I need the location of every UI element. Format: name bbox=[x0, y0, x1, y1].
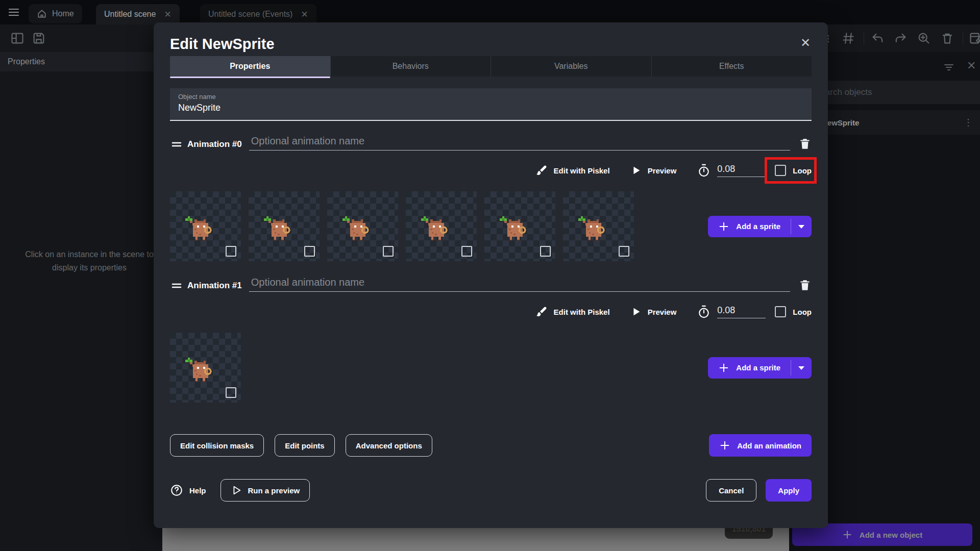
frames-list bbox=[170, 191, 634, 261]
loop-label: Loop bbox=[793, 166, 812, 175]
help-icon bbox=[170, 484, 183, 497]
loop-checkbox[interactable] bbox=[775, 165, 786, 176]
caret-down-icon bbox=[798, 224, 805, 229]
pig-sprite-image bbox=[340, 212, 372, 243]
time-between-frames-input[interactable] bbox=[717, 305, 766, 318]
object-name-input[interactable] bbox=[178, 103, 803, 113]
tab-variables[interactable]: Variables bbox=[491, 56, 652, 77]
add-sprite-dropdown-arrow[interactable] bbox=[791, 357, 812, 379]
run-preview-button[interactable]: Run a preview bbox=[220, 479, 310, 502]
tab-behaviors[interactable]: Behaviors bbox=[331, 56, 492, 77]
brush-icon bbox=[535, 306, 548, 318]
sprite-frame-thumbnail[interactable] bbox=[563, 191, 634, 261]
loop-option: Loop bbox=[775, 306, 812, 317]
loop-checkbox[interactable] bbox=[775, 306, 786, 317]
sprite-frame-thumbnail[interactable] bbox=[406, 191, 477, 261]
dialog-title: Edit NewSprite bbox=[154, 22, 828, 56]
animation-1-actions: Edit with Piskel Preview Loop bbox=[170, 301, 812, 322]
edit-collision-masks-button[interactable]: Edit collision masks bbox=[170, 434, 264, 457]
loop-label: Loop bbox=[793, 308, 812, 316]
animation-label: Animation #0 bbox=[187, 139, 242, 149]
advanced-options-button[interactable]: Advanced options bbox=[346, 434, 432, 457]
pig-sprite-image bbox=[183, 353, 215, 385]
preview-animation-button[interactable]: Preview bbox=[630, 306, 677, 317]
caret-down-icon bbox=[798, 365, 805, 370]
object-name-field[interactable]: Object name bbox=[170, 88, 812, 121]
add-sprite-button[interactable]: Add a sprite bbox=[708, 357, 812, 379]
plus-icon bbox=[719, 440, 730, 451]
pig-sprite-image bbox=[576, 212, 608, 243]
sprite-frame-thumbnail[interactable] bbox=[484, 191, 555, 261]
plus-icon bbox=[718, 221, 729, 232]
play-outline-icon bbox=[231, 485, 242, 496]
dialog-footer: Help Run a preview Cancel Apply bbox=[170, 479, 812, 502]
pig-sprite-image bbox=[262, 212, 293, 243]
add-animation-button[interactable]: Add an animation bbox=[709, 434, 812, 457]
animation-0-header: Animation #0 bbox=[170, 135, 812, 151]
frame-select-checkbox[interactable] bbox=[383, 246, 394, 257]
pig-sprite-image bbox=[183, 212, 215, 243]
time-between-frames-input[interactable] bbox=[717, 164, 766, 177]
animation-1-frames-row: Add a sprite bbox=[170, 333, 812, 403]
tab-properties[interactable]: Properties bbox=[170, 56, 331, 77]
animation-1-header: Animation #1 bbox=[170, 277, 812, 292]
tab-effects[interactable]: Effects bbox=[652, 56, 812, 77]
frame-select-checkbox[interactable] bbox=[619, 246, 629, 257]
stopwatch-icon bbox=[697, 305, 711, 319]
help-button[interactable]: Help bbox=[170, 484, 206, 497]
loop-option: Loop bbox=[775, 165, 812, 176]
animation-name-input[interactable] bbox=[249, 135, 790, 151]
preview-animation-button[interactable]: Preview bbox=[630, 165, 677, 176]
dialog-utility-row: Edit collision masks Edit points Advance… bbox=[170, 434, 812, 457]
edit-with-piskel-button[interactable]: Edit with Piskel bbox=[535, 306, 610, 318]
pig-sprite-image bbox=[498, 212, 529, 243]
animation-0-actions: Edit with Piskel Preview Loop bbox=[170, 160, 812, 181]
object-name-field-label: Object name bbox=[178, 93, 803, 101]
play-icon bbox=[630, 306, 642, 317]
play-icon bbox=[630, 165, 642, 176]
apply-button[interactable]: Apply bbox=[766, 479, 812, 502]
add-sprite-button[interactable]: Add a sprite bbox=[708, 216, 812, 237]
sprite-frame-thumbnail[interactable] bbox=[170, 333, 241, 403]
add-sprite-dropdown-arrow[interactable] bbox=[791, 216, 812, 237]
dialog-tabs: Properties Behaviors Variables Effects bbox=[170, 56, 812, 77]
pig-sprite-image bbox=[419, 212, 451, 243]
edit-sprite-dialog: Edit NewSprite ✕ Properties Behaviors Va… bbox=[154, 22, 828, 528]
close-dialog-icon[interactable]: ✕ bbox=[800, 36, 811, 50]
frame-select-checkbox[interactable] bbox=[540, 246, 551, 257]
frame-select-checkbox[interactable] bbox=[226, 387, 236, 398]
animation-name-input[interactable] bbox=[249, 277, 790, 292]
drag-handle-icon[interactable] bbox=[170, 139, 183, 149]
edit-points-button[interactable]: Edit points bbox=[275, 434, 335, 457]
cancel-button[interactable]: Cancel bbox=[706, 479, 756, 502]
drag-handle-icon[interactable] bbox=[170, 281, 183, 291]
animation-label: Animation #1 bbox=[187, 281, 242, 291]
sprite-frame-thumbnail[interactable] bbox=[327, 191, 398, 261]
delete-animation-icon[interactable] bbox=[798, 137, 812, 151]
frame-select-checkbox[interactable] bbox=[226, 246, 236, 257]
sprite-frame-thumbnail[interactable] bbox=[170, 191, 241, 261]
animation-0-frames-row: Add a sprite bbox=[170, 191, 812, 261]
delete-animation-icon[interactable] bbox=[798, 279, 812, 292]
brush-icon bbox=[535, 164, 548, 177]
edit-with-piskel-button[interactable]: Edit with Piskel bbox=[535, 164, 610, 177]
sprite-frame-thumbnail[interactable] bbox=[249, 191, 320, 261]
frames-list bbox=[170, 333, 241, 403]
plus-icon bbox=[718, 362, 729, 373]
frame-select-checkbox[interactable] bbox=[461, 246, 472, 257]
stopwatch-icon bbox=[697, 163, 711, 178]
frame-select-checkbox[interactable] bbox=[304, 246, 315, 257]
